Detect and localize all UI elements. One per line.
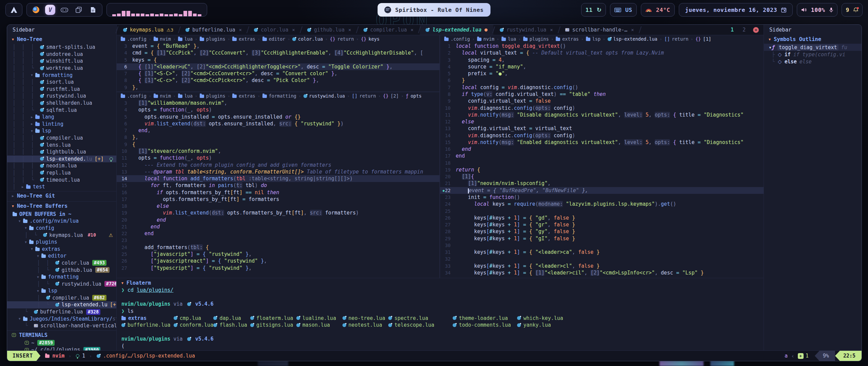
section-header-terminals[interactable]: TERMINALS	[7, 330, 116, 340]
code-line-1[interactable]: 1local function toggle_diag_virtext()	[440, 43, 764, 49]
code-line-24[interactable]: 24 add_formatters(tbl: {	[117, 244, 439, 251]
code-line-31[interactable]: 31 keys[#keys + 1] = { "<leader>ca", fal…	[440, 249, 764, 256]
code-line-4[interactable]: 4 source = "if_many",	[440, 63, 764, 70]
tab-close-icon[interactable]: ×	[550, 27, 553, 33]
code-line-8[interactable]: 8},	[117, 134, 439, 141]
code-line-4[interactable]: 4 opts = function(_, opts)	[117, 106, 439, 113]
tree-item-formatting[interactable]: ▾formatting	[7, 273, 116, 281]
breadcrumb-item[interactable]: plugins	[200, 93, 225, 99]
code-line-12[interactable]: 12 else	[440, 118, 764, 125]
tree-item-OPENBUFFERSin[interactable]: OPEN BUFFERS in ~	[7, 210, 116, 218]
tab-close-icon[interactable]: ×	[292, 27, 295, 33]
volume-widget[interactable]: 100%	[797, 3, 837, 17]
tab-bufferlinelua[interactable]: bufferline.lua×	[180, 25, 248, 35]
tree-item-lsp-extended.lu[interactable]: │ └ lsp-extended.lu[+]	[7, 301, 116, 308]
tree-item-formatting[interactable]: │ │ ▾formatting	[7, 72, 116, 79]
tree-item-shellharden.lua[interactable]: │ │ │ shellharden.lua	[7, 100, 116, 107]
tree-item-color.lua[interactable]: │ │ color.lua#493	[7, 260, 116, 267]
breadcrumb-item[interactable]: []return	[352, 93, 376, 99]
section-header-neo-tree[interactable]: ▾Neo-Tree	[7, 35, 116, 44]
tree-item-keymaps.lua[interactable]: │ └ keymaps.lua#10⚠	[7, 231, 116, 239]
tree-item-extras[interactable]: ▾extras	[7, 245, 116, 252]
breadcrumb-item[interactable]: extras	[232, 93, 255, 99]
code-view-color[interactable]: 3event = { "BufRead" },4cmd = { [1]"CccP…	[117, 43, 439, 92]
code-line-14[interactable]: 14 vim.diagnostic.config(opts: config)	[440, 132, 764, 139]
code-line-17[interactable]: 17 opts.formatters_by_ft[ft] = formatter…	[117, 196, 439, 203]
code-line-15[interactable]: 15 vim.notify(msg: "Enabled diagnostics …	[440, 139, 764, 146]
code-line-34[interactable]: 34 keys[#keys + 1] = { [1]"<leader>cil",…	[440, 269, 764, 276]
code-line-6[interactable]: 6 vim.list_extend(dst: opts.ensure_insta…	[117, 120, 439, 127]
breadcrumb-item[interactable]: lua	[178, 93, 193, 99]
code-line-27[interactable]: 27 keys[#keys + 1] = { "gr", false }	[440, 221, 764, 228]
weather-widget[interactable]: 24°C	[641, 3, 675, 17]
tab-colorlua[interactable]: color.lua×	[248, 25, 301, 35]
tree-item-rustfmt.lua[interactable]: │ │ │ rustfmt.lua	[7, 86, 116, 93]
tab-lsp-extendedlua[interactable]: lsp-extended.lua	[420, 25, 493, 35]
updates-widget[interactable]: 11 ↻	[581, 3, 606, 17]
code-line-17[interactable]: 17end	[440, 152, 764, 159]
tree-item-rustywind.lua[interactable]: │ │ │ rustywind.lua	[7, 93, 116, 100]
code-line-8[interactable]: 8 if type(v: config.virtual_text) == "ta…	[440, 91, 764, 98]
tree-item-plugins[interactable]: ▾plugins	[7, 239, 116, 246]
breadcrumb-item[interactable]: color.lua	[292, 36, 323, 42]
code-line-13[interactable]: 13 config.virtual_text = virtual_text	[440, 125, 764, 132]
breadcrumb-item[interactable]: rustywind.lua	[303, 93, 345, 99]
code-line-23[interactable]: 23	[117, 237, 439, 244]
symbol-if[interactable]: ├ ◇ifif type(config.vi	[764, 51, 862, 58]
tree-item-editor[interactable]: ▾editor	[7, 252, 116, 260]
code-line-14[interactable]: 14 local function add_formatters(tbl :ta…	[117, 175, 439, 182]
tree-item-lsp[interactable]: │ │ ▾lsp	[7, 127, 116, 135]
tree-item-lens.lua[interactable]: │ │ │ lens.lua	[7, 141, 116, 148]
breadcrumb-item[interactable]: extras	[232, 36, 255, 42]
code-line-9[interactable]: 9{	[117, 141, 439, 148]
symbols-outline-header[interactable]: ▾ Symbols Outline	[764, 35, 862, 44]
code-line-10[interactable]: 10 [1]"stevearc/conform.nvim",	[117, 148, 439, 155]
tree-item-lightbulb.lua[interactable]: │ │ │ lightbulb.lua	[7, 148, 116, 156]
tree-item-test[interactable]: │ ▸test	[7, 183, 116, 190]
tree-item-.cnlplugins[interactable]: ~/.c/n/l/plugins#3980	[7, 346, 116, 350]
breadcrumb-item[interactable]: {}[1]	[695, 36, 711, 42]
code-line-16[interactable]: 16 if opts.formatters_by_ft[ft] == nil t…	[117, 189, 439, 196]
breadcrumb-item[interactable]: lua	[178, 36, 193, 42]
code-line-19[interactable]: 19 vim.list_extend(dst: opts.formatters_…	[117, 209, 439, 216]
code-line-9[interactable]: 9 config.virtual_text = false	[440, 98, 764, 104]
code-line-20[interactable]: 20 end	[117, 217, 439, 223]
code-line-7[interactable]: 7 { [1]"<S-C>", [2]"<cmd>CccConvert<cr>"…	[117, 70, 439, 77]
code-line-28[interactable]: 28 keys[#keys + 1] = { "gy", false }	[440, 228, 764, 235]
code-line-2[interactable]: 2 local virtual_text = { -- Default virt…	[440, 49, 764, 56]
code-line-3[interactable]: 3event = { "BufRead" },	[117, 43, 439, 49]
tree-item-compiler.lua[interactable]: │ │ │ compiler.lua	[7, 135, 116, 142]
code-line-20[interactable]: 20 [1]{	[440, 173, 764, 180]
code-line-30[interactable]: 30	[440, 242, 764, 249]
code-view-lsp-extended[interactable]: 1local function toggle_diag_virtext()2 l…	[440, 43, 764, 278]
code-line-9[interactable]: 9},	[117, 84, 439, 91]
code-line-3[interactable]: 3 spacing = 4,	[440, 57, 764, 63]
code-line-21[interactable]: 21 end	[117, 223, 439, 230]
tab-compilerlua[interactable]: compiler.lua×	[358, 25, 419, 35]
tab-close-icon[interactable]: ×	[348, 27, 351, 33]
tab-close-icon[interactable]: ×	[411, 27, 413, 33]
symbol-else[interactable]: └ ◇elseelse	[764, 58, 862, 65]
breadcrumb-item[interactable]: .config	[121, 36, 146, 42]
tree-item-rustywind.lua[interactable]: │ └ rustywind.lua#726	[7, 280, 116, 287]
code-line-13[interactable]: 13 ---@param tbl table<string, conform.F…	[117, 168, 439, 175]
code-line-33[interactable]: 33 keys[#keys + 1] = { "<leader>cl", fal…	[440, 263, 764, 269]
breadcrumb-item[interactable]: editor	[262, 36, 285, 42]
tree-item-worktree.lua[interactable]: │ │ └ worktree.lua	[7, 65, 116, 72]
code-line-23[interactable]: 23 init = function()	[440, 194, 764, 201]
code-line-5[interactable]: 5 prefix = "●",	[440, 70, 764, 77]
breadcrumb-item[interactable]: ƒopts	[406, 93, 422, 99]
files-icon[interactable]	[88, 5, 98, 15]
gamepad-icon[interactable]	[59, 5, 70, 15]
notifications-widget[interactable]: 9	[842, 3, 863, 17]
breadcrumb-item[interactable]: lsp	[586, 36, 600, 42]
date-widget[interactable]: jueves, noviembre 16, 2023	[679, 3, 793, 17]
tree-item-smart-splits.lua[interactable]: │ │ │ smart-splits.lua	[7, 44, 116, 51]
breadcrumb-item[interactable]: plugins	[523, 36, 549, 42]
breadcrumb-item[interactable]: []return	[664, 36, 688, 42]
code-line-8[interactable]: 8 { [1]"<C-c>", [2]"<cmd>CccPick<cr>", d…	[117, 77, 439, 84]
code-view-rustywind[interactable]: 3 [1]"williamboman/mason.nvim",4 opts = …	[117, 100, 439, 278]
code-line-18[interactable]: 18	[440, 160, 764, 166]
code-line-3[interactable]: 3 [1]"williamboman/mason.nvim",	[117, 100, 439, 106]
breadcrumb-item[interactable]: {}[2]	[383, 93, 399, 99]
